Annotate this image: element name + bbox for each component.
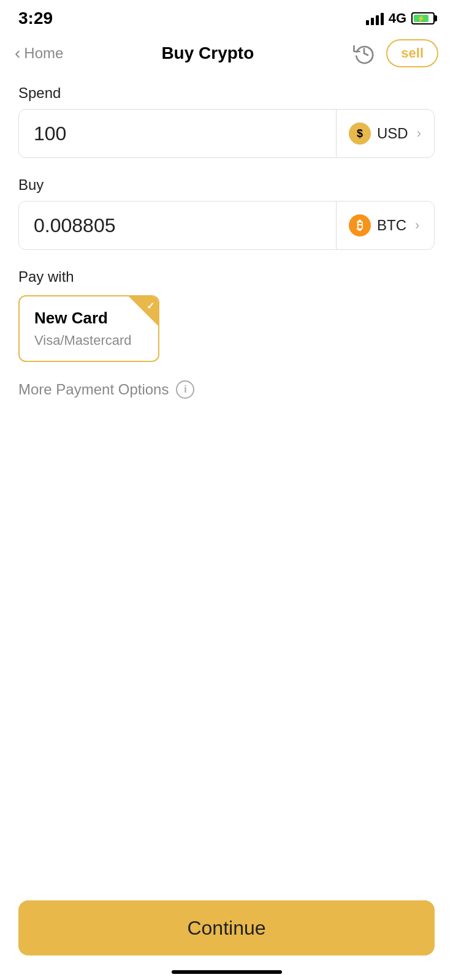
status-bar: 3:29 4G ⚡	[0, 0, 453, 34]
buy-currency-code: BTC	[377, 217, 406, 234]
page-title: Buy Crypto	[161, 43, 254, 63]
main-content: Spend $ USD › Buy ₿ BTC › Pay with ✓ New…	[0, 78, 453, 399]
history-button[interactable]	[352, 41, 376, 66]
back-label: Home	[24, 45, 63, 62]
spend-currency-chevron-icon: ›	[417, 126, 421, 141]
payment-card-subtitle: Visa/Mastercard	[34, 333, 143, 349]
more-options-label: More Payment Options	[18, 381, 169, 398]
continue-button[interactable]: Continue	[18, 900, 435, 956]
status-right: 4G ⚡	[366, 10, 435, 26]
spend-input-row: $ USD ›	[18, 109, 435, 158]
continue-button-container: Continue	[18, 900, 435, 956]
signal-bar-4	[381, 13, 384, 25]
back-button[interactable]: ‹ Home	[15, 45, 63, 62]
battery-icon: ⚡	[411, 12, 435, 24]
buy-input-row: ₿ BTC ›	[18, 201, 435, 250]
signal-bars-icon	[366, 12, 384, 25]
battery-bolt-icon: ⚡	[417, 15, 425, 23]
spend-input[interactable]	[19, 123, 336, 145]
battery-fill: ⚡	[414, 15, 428, 22]
home-indicator	[172, 970, 282, 974]
spend-label: Spend	[18, 85, 435, 102]
buy-label: Buy	[18, 176, 435, 194]
buy-currency-selector[interactable]: ₿ BTC ›	[336, 202, 434, 249]
new-card-option[interactable]: ✓ New Card Visa/Mastercard	[18, 295, 159, 362]
signal-bar-2	[371, 18, 374, 25]
pay-with-label: Pay with	[18, 268, 435, 285]
btc-icon: ₿	[349, 214, 371, 236]
network-type: 4G	[389, 10, 406, 26]
signal-bar-3	[376, 15, 379, 25]
signal-bar-1	[366, 20, 369, 25]
nav-actions: sell	[352, 39, 438, 67]
usd-icon: $	[349, 123, 371, 145]
status-time: 3:29	[18, 9, 53, 28]
payment-card-title: New Card	[34, 309, 143, 328]
back-chevron-icon: ‹	[15, 45, 20, 62]
spend-currency-code: USD	[377, 125, 408, 142]
sell-button[interactable]: sell	[386, 39, 438, 67]
card-checkmark-icon: ✓	[147, 300, 154, 312]
nav-header: ‹ Home Buy Crypto sell	[0, 34, 453, 78]
more-payment-options-button[interactable]: More Payment Options i	[18, 380, 435, 399]
info-icon: i	[176, 380, 194, 399]
buy-currency-chevron-icon: ›	[415, 217, 419, 233]
spend-currency-selector[interactable]: $ USD ›	[336, 110, 434, 157]
buy-input[interactable]	[19, 214, 336, 237]
